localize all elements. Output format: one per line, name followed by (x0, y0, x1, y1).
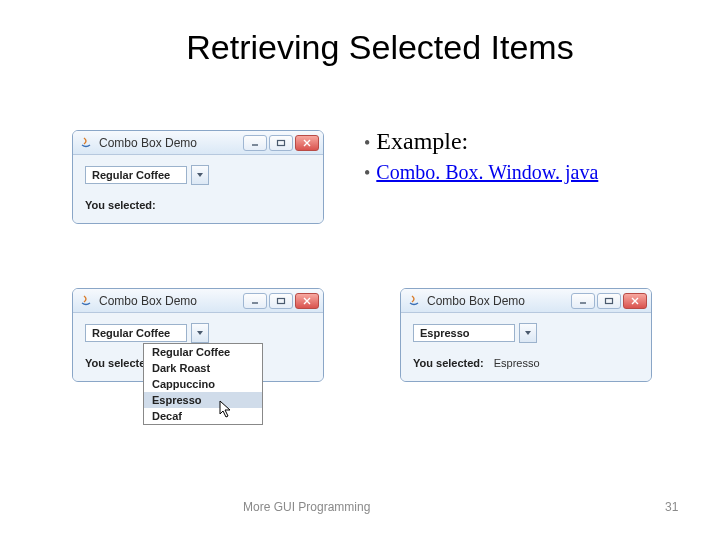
chevron-down-icon (524, 330, 532, 336)
svg-rect-1 (278, 140, 285, 145)
minimize-button[interactable] (243, 293, 267, 309)
maximize-button[interactable] (597, 293, 621, 309)
titlebar: Combo Box Demo (73, 131, 323, 155)
combo-dropdown-button[interactable] (191, 323, 209, 343)
close-button[interactable] (295, 293, 319, 309)
combo-display[interactable]: Espresso (413, 324, 515, 342)
java-icon (79, 136, 93, 150)
java-icon (407, 294, 421, 308)
close-button[interactable] (623, 293, 647, 309)
java-icon (79, 294, 93, 308)
titlebar: Combo Box Demo (401, 289, 651, 313)
window-title: Combo Box Demo (99, 294, 237, 308)
svg-rect-3 (278, 298, 285, 303)
bullet-dot-icon: • (364, 163, 370, 184)
selected-value: Espresso (494, 357, 540, 369)
dropdown-option[interactable]: Cappuccino (144, 376, 262, 392)
code-link[interactable]: Combo. Box. Window. java (376, 161, 598, 184)
bullet-block: • Example: • Combo. Box. Window. java (364, 128, 598, 184)
window-demo-3: Combo Box Demo Espresso You selected: Es… (400, 288, 652, 382)
selected-label: You selected: (85, 199, 156, 211)
dropdown-option[interactable]: Regular Coffee (144, 344, 262, 360)
minimize-button[interactable] (571, 293, 595, 309)
window-title: Combo Box Demo (99, 136, 237, 150)
maximize-button[interactable] (269, 293, 293, 309)
footer-text: More GUI Programming (243, 500, 370, 514)
slide-title: Retrieving Selected Items (0, 0, 720, 67)
dropdown-option[interactable]: Decaf (144, 408, 262, 424)
bullet-dot-icon: • (364, 133, 370, 154)
close-button[interactable] (295, 135, 319, 151)
dropdown-option[interactable]: Dark Roast (144, 360, 262, 376)
svg-rect-5 (606, 298, 613, 303)
combo-dropdown-list[interactable]: Regular Coffee Dark Roast Cappuccino Esp… (143, 343, 263, 425)
page-number: 31 (665, 500, 678, 514)
window-demo-1: Combo Box Demo Regular Coffee You select… (72, 130, 324, 224)
combo-dropdown-button[interactable] (191, 165, 209, 185)
combo-display[interactable]: Regular Coffee (85, 324, 187, 342)
dropdown-option-highlighted[interactable]: Espresso (144, 392, 262, 408)
combo-display[interactable]: Regular Coffee (85, 166, 187, 184)
combo-dropdown-button[interactable] (519, 323, 537, 343)
chevron-down-icon (196, 172, 204, 178)
selected-label: You selected: (85, 357, 145, 369)
titlebar: Combo Box Demo (73, 289, 323, 313)
window-title: Combo Box Demo (427, 294, 565, 308)
selected-label: You selected: (413, 357, 484, 369)
minimize-button[interactable] (243, 135, 267, 151)
example-label: Example: (376, 128, 468, 155)
maximize-button[interactable] (269, 135, 293, 151)
chevron-down-icon (196, 330, 204, 336)
